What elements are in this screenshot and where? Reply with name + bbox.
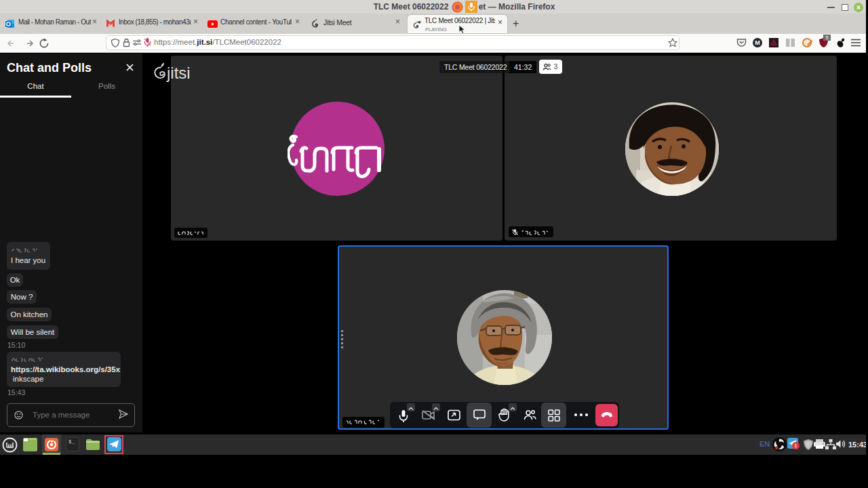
svg-text:jitsi: jitsi — [166, 64, 191, 82]
